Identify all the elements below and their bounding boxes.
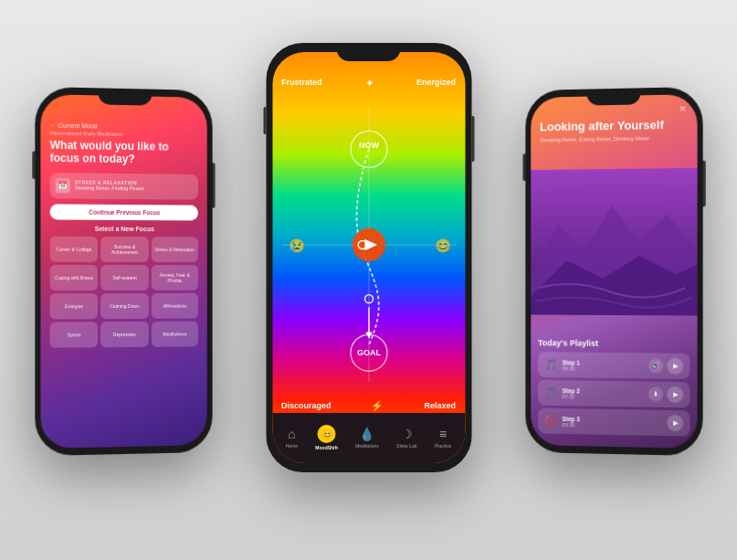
focus-item[interactable]: Energize: [49, 292, 98, 318]
close-button[interactable]: ✕: [679, 103, 686, 113]
step3-info: Step 3 03:38: [562, 415, 662, 428]
home-label: Home: [286, 443, 298, 449]
playlist-title: Today's Playlist: [538, 338, 690, 348]
center-screen: Frustrated ✦ Energized: [272, 52, 465, 463]
playlists-icon: ≡: [439, 427, 447, 441]
right-screen: ✕ Looking after Yourself Sleeping Better…: [531, 94, 697, 449]
bottom-nav: ⌂ Home 😊 MoodShift 💧 Meditations: [272, 413, 465, 463]
step3-icon: 🚫: [543, 414, 557, 427]
focus-item[interactable]: Mindfulness: [151, 321, 198, 346]
lightning-icon: ⚡: [371, 400, 384, 412]
moodshift-badge: 😊: [318, 425, 336, 443]
focus-grid: Career & College Success & Achievement S…: [49, 236, 197, 347]
step1-icon: 🎵: [543, 358, 557, 371]
mood-labels-bottom: Discouraged ⚡ Relaxed: [281, 400, 456, 412]
playlist-item-3[interactable]: 🚫 Step 3 03:38 ▶: [538, 407, 690, 436]
moodshift-label: MoodShift: [315, 445, 337, 450]
card-label: STRESS & RELAXATION: [74, 179, 143, 185]
svg-text:GOAL: GOAL: [356, 347, 381, 356]
left-screen: ← Current Mood Personalized Daily Medita…: [40, 94, 206, 449]
svg-text:😢: 😢: [288, 238, 305, 254]
focus-item[interactable]: Career & College: [49, 236, 98, 261]
meditations-label: Meditations: [355, 443, 379, 449]
right-subtitle: Sleeping Better, Eating Better, Drinking…: [540, 134, 688, 143]
home-icon: ⌂: [288, 427, 295, 441]
center-content: Frustrated ✦ Energized: [272, 52, 465, 463]
current-focus-card: 📅 STRESS & RELAXATION Sleeping Better, F…: [49, 172, 197, 199]
step2-duration: 07:32: [562, 393, 643, 399]
mood-chart-svg: NOW: [281, 94, 456, 396]
right-title: Looking after Yourself: [540, 117, 688, 133]
focus-item[interactable]: Coping with Illness: [49, 264, 98, 290]
playlist-item-2[interactable]: 🎵 Step 2 07:32 ⬇ ▶: [538, 379, 690, 407]
nav-playlists[interactable]: ≡ Playlists: [435, 427, 451, 449]
step2-info: Step 2 07:32: [562, 386, 643, 399]
nav-sleep-lab[interactable]: ☽ Sleep Lab: [396, 427, 417, 449]
left-back: ← Current Mood: [49, 122, 197, 131]
step1-duration: 09:18: [562, 365, 643, 371]
phones-container: ← Current Mood Personalized Daily Medita…: [22, 16, 716, 545]
right-notch: [585, 88, 640, 105]
phone-left: ← Current Mood Personalized Daily Medita…: [35, 86, 212, 455]
step2-download-icon: ⬇: [648, 386, 663, 401]
left-subtitle: Personalized Daily Meditation: [49, 130, 197, 138]
focus-item[interactable]: Sports: [49, 321, 98, 347]
focus-item[interactable]: Anxiety, Fear & Phobia: [151, 264, 198, 290]
playlist-section: Today's Playlist 🎵 Step 1 09:18 🔊 ▶: [538, 338, 690, 438]
sleep-label: Sleep Lab: [396, 443, 417, 449]
card-desc: Sleeping Better, Finding Peace: [74, 185, 143, 192]
sleep-icon: ☽: [401, 427, 413, 441]
mood-labels-top: Frustrated ✦ Energized: [281, 78, 456, 90]
scene: ← Current Mood Personalized Daily Medita…: [0, 0, 737, 560]
right-header: Looking after Yourself Sleeping Better, …: [540, 117, 688, 142]
meditations-icon: 💧: [359, 427, 374, 441]
phone-center: Frustrated ✦ Energized: [266, 43, 471, 472]
phone-right: ✕ Looking after Yourself Sleeping Better…: [525, 86, 702, 455]
step1-info: Step 1 09:18: [562, 358, 643, 371]
step1-play-button[interactable]: ▶: [667, 357, 683, 374]
select-focus-label: Select a New Focus: [49, 225, 197, 232]
svg-text:NOW: NOW: [358, 140, 379, 149]
right-content: ✕ Looking after Yourself Sleeping Better…: [531, 94, 697, 449]
relaxed-label: Relaxed: [424, 401, 456, 410]
step3-duration: 03:38: [562, 421, 662, 428]
nav-home[interactable]: ⌂ Home: [286, 427, 298, 449]
calendar-icon: 📅: [55, 177, 69, 192]
frustrated-label: Frustrated: [281, 78, 322, 90]
discouraged-label: Discouraged: [281, 401, 332, 410]
center-notch: [337, 43, 401, 61]
playlist-item-1[interactable]: 🎵 Step 1 09:18 🔊 ▶: [538, 352, 690, 379]
continue-button[interactable]: Continue Previous Focus: [49, 204, 197, 220]
nav-moodshift[interactable]: 😊 MoodShift: [315, 425, 337, 450]
left-content: ← Current Mood Personalized Daily Medita…: [40, 94, 206, 449]
star-decoration: ✦: [365, 78, 374, 90]
left-title: What would you like to focus on today?: [49, 138, 197, 166]
step2-play-button[interactable]: ▶: [667, 386, 683, 402]
mood-chart: NOW: [281, 94, 456, 396]
step2-icon: 🎵: [543, 386, 557, 398]
focus-item[interactable]: Self-esteem: [100, 264, 148, 290]
focus-item[interactable]: Calming Down: [100, 292, 148, 318]
playlists-label: Playlists: [435, 443, 451, 449]
card-text-container: STRESS & RELAXATION Sleeping Better, Fin…: [74, 179, 143, 192]
step1-volume-icon: 🔊: [648, 358, 663, 373]
focus-item[interactable]: Success & Achievement: [100, 236, 148, 261]
focus-item[interactable]: Depression: [100, 321, 148, 346]
energized-label: Energized: [416, 78, 456, 90]
mountain-bg-svg: [531, 167, 697, 315]
left-notch: [97, 88, 152, 105]
moodshift-icon: 😊: [321, 429, 332, 439]
nav-meditations[interactable]: 💧 Meditations: [355, 427, 379, 449]
svg-point-14: [366, 242, 371, 247]
svg-text:😊: 😊: [434, 238, 451, 254]
focus-item[interactable]: Stress & Relaxation: [151, 236, 198, 261]
step3-play-button[interactable]: ▶: [667, 415, 683, 431]
focus-item[interactable]: Affirmations: [151, 292, 198, 318]
